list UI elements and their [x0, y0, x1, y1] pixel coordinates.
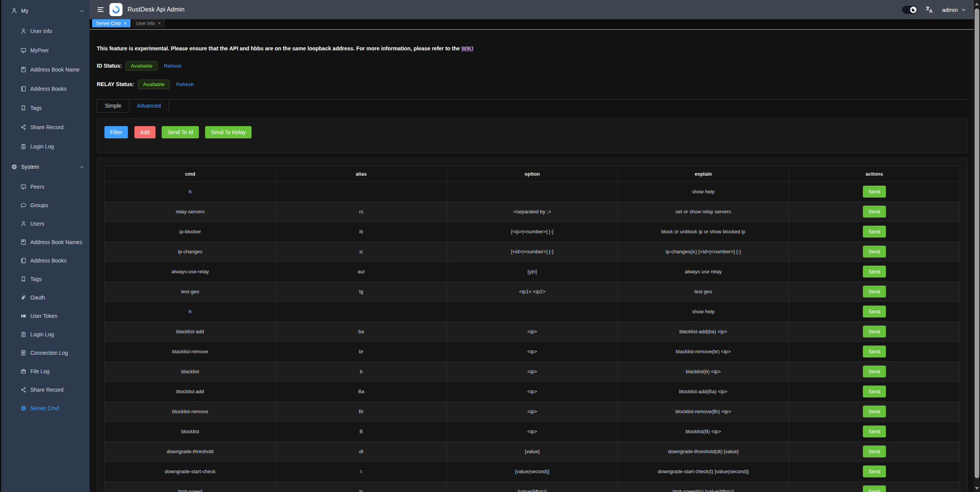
sidebar-section-my[interactable]: My: [1, 0, 89, 22]
cell-option: <separated by ,>: [447, 202, 617, 222]
sidebar-item-connection-log[interactable]: Connection Log: [1, 344, 89, 362]
add-button[interactable]: Add: [134, 126, 156, 138]
send-button[interactable]: Send: [863, 445, 886, 457]
sidebar-section-system[interactable]: System: [1, 156, 89, 178]
cell-option: [value(second)]: [447, 462, 617, 482]
sidebar-item-label: Login Log: [30, 331, 54, 337]
tab-simple[interactable]: Simple: [97, 100, 129, 113]
view-tab-user-info[interactable]: User Info×: [132, 19, 165, 27]
scroll-up-arrow-icon[interactable]: [974, 1, 980, 7]
table-row: hshow helpSend: [105, 182, 960, 202]
sidebar-item-share-record[interactable]: Share Record: [1, 381, 89, 399]
cell-alias: tg: [276, 282, 447, 302]
sidebar-item-user-token[interactable]: User Token: [1, 307, 89, 325]
cell-alias: ls: [276, 482, 447, 492]
cell-explain: blacklist-add(ba) <ip>: [618, 322, 789, 342]
sidebar-item-tags[interactable]: Tags: [1, 98, 89, 118]
scrollbar-thumb[interactable]: [975, 8, 979, 478]
vertical-scrollbar[interactable]: [974, 0, 980, 492]
tab-advanced[interactable]: Advanced: [129, 100, 169, 112]
sidebar-item-address-book-name[interactable]: Address Book Name: [1, 60, 89, 79]
view-tab-server-cmd[interactable]: Server Cmd×: [92, 19, 131, 27]
sidebar-item-users[interactable]: Users: [1, 214, 89, 233]
cell-actions: Send: [789, 222, 960, 242]
user-menu[interactable]: admin: [942, 7, 966, 13]
send-button[interactable]: Send: [863, 326, 886, 337]
book-icon: [20, 239, 26, 245]
scroll-down-arrow-icon[interactable]: [974, 485, 980, 491]
filter-button[interactable]: Filter: [104, 126, 128, 138]
cell-explain: set or show relay servers: [618, 202, 789, 222]
cell-explain: ip-changes(ic) [<id>|<number>] [-]: [618, 242, 789, 262]
send-button[interactable]: Send: [863, 206, 886, 218]
send-to-relay-button[interactable]: Send To Relay: [205, 126, 252, 138]
cell-cmd: limit-speed: [105, 482, 276, 492]
view-tabbar: Server Cmd×User Info×: [89, 19, 974, 30]
cell-option: <ip>: [447, 402, 617, 422]
sidebar-item-label: Address Books: [30, 86, 66, 92]
sidebar-item-address-books[interactable]: Address Books: [1, 251, 89, 270]
sidebar-item-peers[interactable]: Peers: [1, 178, 89, 196]
cell-alias: br: [276, 342, 447, 362]
sidebar-item-label: User Info: [30, 28, 52, 34]
cell-option: [y|n]: [447, 262, 617, 282]
gear-icon: [20, 405, 26, 411]
sidebar-item-oauth[interactable]: Oauth: [1, 288, 89, 307]
sidebar-section-label: My: [21, 8, 79, 14]
send-button[interactable]: Send: [863, 286, 886, 298]
sidebar-item-login-log[interactable]: Login Log: [1, 137, 89, 156]
send-button[interactable]: Send: [863, 226, 886, 238]
sidebar-item-label: Server Cmd: [30, 405, 59, 411]
sidebar-item-tags[interactable]: Tags: [1, 270, 89, 288]
send-button[interactable]: Send: [863, 366, 886, 377]
send-button[interactable]: Send: [863, 406, 886, 417]
cell-explain: test geo: [618, 282, 789, 302]
cell-option: [447, 302, 617, 322]
sidebar-item-label: Connection Log: [30, 350, 68, 356]
send-button[interactable]: Send: [863, 426, 886, 437]
send-button[interactable]: Send: [863, 186, 886, 198]
send-button[interactable]: Send: [863, 485, 886, 492]
sidebar-item-address-book-names[interactable]: Address Book Names: [1, 233, 89, 251]
close-icon[interactable]: ×: [124, 21, 127, 26]
send-button[interactable]: Send: [863, 246, 886, 258]
dark-mode-toggle[interactable]: [902, 6, 917, 14]
sidebar-item-server-cmd[interactable]: Server Cmd: [1, 399, 89, 417]
cell-actions: Send: [789, 422, 960, 442]
wiki-link[interactable]: WIKI: [461, 45, 473, 52]
relay-status-refresh-link[interactable]: Refresh: [176, 81, 194, 87]
relay-status-badge: Available: [138, 80, 170, 89]
translate-icon[interactable]: [925, 5, 934, 14]
sidebar-item-label: Tags: [30, 105, 42, 111]
share-icon: [20, 387, 26, 393]
sidebar-item-file-log[interactable]: File Log: [1, 362, 89, 381]
send-to-id-button[interactable]: Send To Id: [162, 126, 199, 138]
sidebar-item-login-log[interactable]: Login Log: [1, 325, 89, 344]
cell-explain: show help: [618, 182, 789, 202]
send-button[interactable]: Send: [863, 386, 886, 397]
rustdesk-logo-icon: [109, 3, 122, 16]
sidebar-item-user-info[interactable]: User Info: [1, 22, 89, 41]
cell-actions: Send: [789, 402, 960, 422]
cell-option: <ip>: [447, 322, 617, 342]
cell-alias: b: [276, 362, 447, 382]
sidebar-item-groups[interactable]: Groups: [1, 196, 89, 214]
cell-cmd: test-geo: [105, 282, 276, 302]
cell-alias: dt: [276, 442, 447, 462]
table-row: hshow helpSend: [105, 302, 960, 322]
close-icon[interactable]: ×: [158, 21, 161, 26]
send-button[interactable]: Send: [863, 465, 886, 477]
cell-actions: Send: [789, 362, 960, 382]
cell-explain: downgrade-threshold(dt) [value]: [618, 442, 789, 462]
menu-fold-icon[interactable]: [97, 6, 104, 13]
sidebar-item-share-record[interactable]: Share Record: [1, 118, 89, 137]
id-status-row: ID Status: Available Refresh: [97, 61, 968, 71]
sidebar-item-address-books[interactable]: Address Books: [1, 79, 89, 98]
id-status-refresh-link[interactable]: Refresh: [164, 63, 182, 69]
sidebar-item-mypeer[interactable]: MyPeer: [1, 41, 89, 60]
cell-option: [value]: [447, 442, 617, 462]
send-button[interactable]: Send: [863, 306, 886, 317]
briefcase-icon: [20, 368, 26, 374]
send-button[interactable]: Send: [863, 266, 886, 278]
send-button[interactable]: Send: [863, 346, 886, 357]
